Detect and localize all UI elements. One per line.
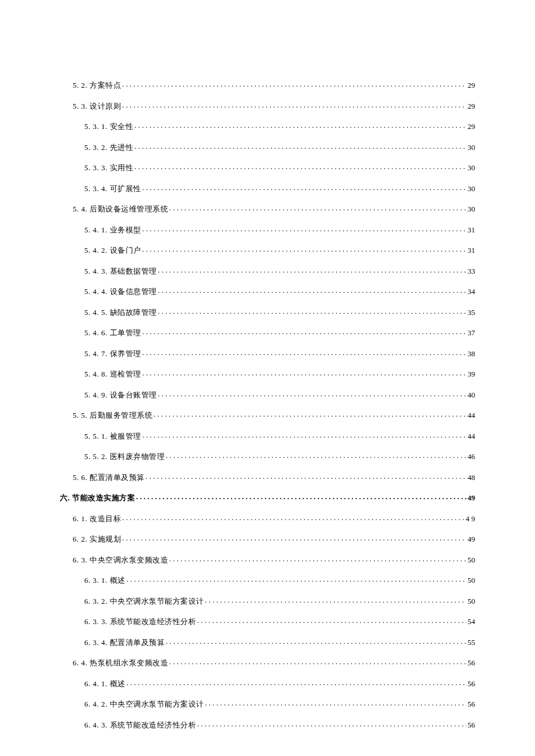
toc-entry[interactable]: 5. 4. 9. 设备台账管理 40	[60, 390, 475, 399]
toc-entry-label: 6. 3. 2. 中央空调水泵节能方案设计	[84, 597, 204, 605]
toc-entry-page: 31	[468, 226, 475, 234]
toc-entry-label: 5. 3. 3. 实用性	[84, 164, 133, 171]
toc-entry-page: 37	[468, 329, 475, 336]
toc-entry-label: 5. 5. 后勤服务管理系统	[73, 411, 152, 419]
toc-leader-dots	[142, 245, 467, 253]
toc-entry-label: 5. 5. 2. 医料废弃物管理	[84, 453, 165, 460]
toc-leader-dots	[136, 493, 466, 500]
toc-leader-dots	[146, 472, 467, 480]
toc-entry-page: 50	[468, 556, 475, 564]
toc-entry-label: 5. 3. 1. 安全性	[84, 123, 133, 130]
toc-entry-label: 5. 4. 后勤设备运维管理系统	[73, 205, 168, 213]
toc-entry-label: 6. 1. 改造目标	[73, 515, 121, 522]
toc-entry[interactable]: 5. 4. 后勤设备运维管理系统 30	[60, 204, 475, 213]
toc-entry[interactable]: 5. 4. 6. 工单管理 37	[60, 328, 475, 336]
toc-entry-page: 29	[468, 81, 475, 89]
toc-entry-page: 30	[468, 144, 475, 151]
toc-leader-dots	[122, 534, 466, 542]
toc-leader-dots	[122, 101, 466, 109]
toc-entry[interactable]: 6. 4. 3. 系统节能改造经济性分析 56	[60, 720, 475, 729]
toc-entry-label: 6. 3. 4. 配置清单及预算	[84, 639, 165, 646]
toc-entry-page: 46	[468, 453, 475, 460]
toc-entry-label: 6. 4. 3. 系统节能改造经济性分析	[84, 721, 196, 729]
toc-entry-page: 56	[468, 659, 475, 667]
toc-entry[interactable]: 6. 4. 热泵机组水泵变频改造 56	[60, 658, 475, 667]
toc-entry-page: 29	[468, 123, 475, 130]
toc-entry-page: 4 9	[466, 515, 475, 522]
toc-entry[interactable]: 5. 3. 4. 可扩展性 30	[60, 184, 475, 192]
toc-entry-label: 5. 4. 9. 设备台账管理	[84, 391, 157, 399]
toc-entry[interactable]: 5. 5. 1. 被服管理 44	[60, 431, 475, 440]
toc-entry[interactable]: 5. 4. 3. 基础数据管理 33	[60, 266, 475, 275]
toc-entry[interactable]: 6. 4. 2. 中央空调水泵节能方案设计 56	[60, 699, 475, 708]
toc-entry[interactable]: 6. 4. 1. 概述 56	[60, 679, 475, 687]
toc-entry-page: 30	[468, 205, 475, 213]
toc-entry-label: 5. 4. 6. 工单管理	[84, 329, 141, 336]
toc-leader-dots	[166, 637, 466, 645]
toc-leader-dots	[154, 410, 466, 418]
toc-entry-page: 49	[468, 494, 475, 501]
toc-entry-page: 54	[468, 618, 475, 625]
toc-entry-label: 6. 2. 实施规划	[73, 535, 121, 543]
toc-entry[interactable]: 5. 4. 2. 设备门户 31	[60, 245, 475, 254]
toc-entry-label: 5. 4. 5. 缺陷故障管理	[84, 309, 157, 316]
toc-entry-label: 5. 4. 7. 保养管理	[84, 350, 141, 357]
toc-entry-label: 六. 节能改造实施方案	[60, 494, 135, 501]
toc-entry[interactable]: 5. 4. 4. 设备信息管理 34	[60, 286, 475, 295]
toc-entry-page: 44	[468, 411, 475, 419]
toc-entry[interactable]: 5. 5. 后勤服务管理系统 44	[60, 410, 475, 419]
toc-entry-label: 6. 4. 1. 概述	[84, 680, 126, 687]
toc-entry-label: 5. 4. 2. 设备门户	[84, 246, 141, 254]
toc-leader-dots	[134, 142, 466, 150]
toc-entry[interactable]: 5. 3. 1. 安全性 29	[60, 121, 475, 130]
toc-entry-page: 56	[468, 721, 475, 729]
toc-entry[interactable]: 6. 3. 1. 概述 50	[60, 575, 475, 584]
toc-entry[interactable]: 5. 3. 2. 先进性 30	[60, 142, 475, 151]
toc-entry[interactable]: 5. 2. 方案特点 29	[60, 80, 475, 89]
toc-entry-label: 6. 3. 1. 概述	[84, 576, 126, 584]
toc-leader-dots	[158, 266, 467, 274]
toc-entry[interactable]: 6. 2. 实施规划 49	[60, 534, 475, 543]
toc-entry-label: 5. 5. 1. 被服管理	[84, 432, 141, 440]
toc-entry-page: 30	[468, 185, 475, 192]
toc-entry-page: 38	[468, 350, 475, 357]
toc-entry[interactable]: 6. 1. 改造目标 4 9	[60, 514, 475, 522]
toc-entry[interactable]: 5. 3. 3. 实用性 30	[60, 163, 475, 171]
toc-entry[interactable]: 六. 节能改造实施方案 49	[60, 493, 475, 501]
toc-entry[interactable]: 5. 6. 配置清单及预算 48	[60, 472, 475, 481]
toc-leader-dots	[169, 658, 466, 665]
toc-leader-dots	[142, 349, 467, 356]
toc-entry-page: 50	[468, 576, 475, 584]
toc-leader-dots	[142, 328, 467, 335]
toc-entry[interactable]: 6. 3. 4. 配置清单及预算 55	[60, 637, 475, 646]
toc-entry[interactable]: 5. 4. 5. 缺陷故障管理 35	[60, 307, 475, 316]
toc-entry[interactable]: 6. 3. 2. 中央空调水泵节能方案设计 50	[60, 596, 475, 605]
toc-entry-page: 39	[468, 370, 475, 378]
toc-leader-dots	[169, 204, 466, 212]
toc-leader-dots	[122, 514, 465, 521]
toc-entry-page: 33	[468, 267, 475, 275]
toc-entry-page: 48	[468, 474, 475, 481]
toc-entry[interactable]: 5. 5. 2. 医料废弃物管理 46	[60, 452, 475, 460]
toc-entry[interactable]: 5. 4. 7. 保养管理 38	[60, 349, 475, 357]
toc-leader-dots	[158, 286, 467, 294]
toc-leader-dots	[205, 596, 467, 604]
toc-entry-page: 29	[468, 102, 475, 110]
toc-leader-dots	[169, 555, 466, 562]
toc-entry-label: 6. 4. 2. 中央空调水泵节能方案设计	[84, 700, 204, 708]
toc-leader-dots	[142, 225, 467, 232]
toc-leader-dots	[127, 679, 467, 686]
toc-leader-dots	[142, 431, 467, 439]
toc-entry[interactable]: 5. 3. 设计原则 29	[60, 101, 475, 110]
table-of-contents: 5. 2. 方案特点 295. 3. 设计原则 295. 3. 1. 安全性 2…	[60, 80, 475, 740]
toc-entry-page: 30	[468, 164, 475, 171]
toc-entry-page: 56	[468, 700, 475, 708]
toc-entry[interactable]: 5. 4. 1. 业务模型 31	[60, 225, 475, 234]
toc-entry-label: 5. 2. 方案特点	[73, 81, 121, 89]
toc-leader-dots	[142, 184, 467, 191]
toc-entry[interactable]: 6. 3. 3. 系统节能改造经济性分析 54	[60, 617, 475, 625]
toc-entry[interactable]: 6. 3. 中央空调水泵变频改造 50	[60, 555, 475, 564]
toc-entry[interactable]: 5. 4. 8. 巡检管理 39	[60, 369, 475, 378]
toc-leader-dots	[134, 163, 466, 170]
toc-leader-dots	[197, 720, 466, 728]
